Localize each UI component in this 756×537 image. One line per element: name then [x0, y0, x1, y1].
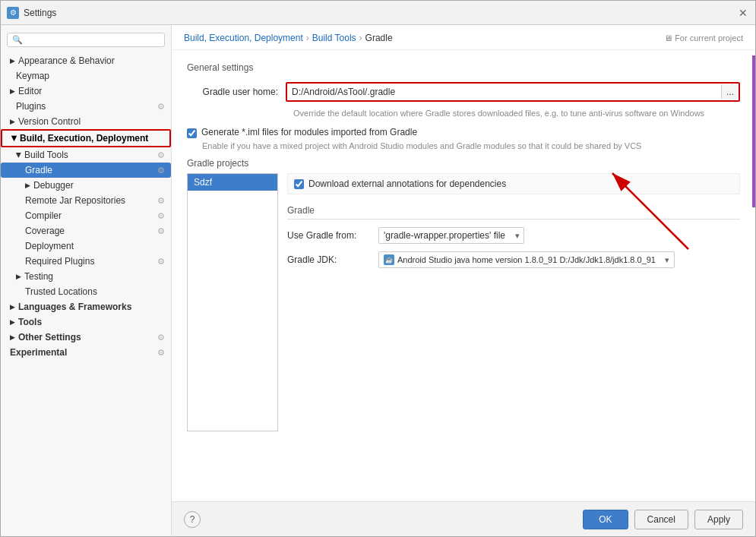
general-settings-title: General settings: [187, 62, 740, 73]
sidebar-item-languages[interactable]: ▶ Languages & Frameworks: [1, 299, 171, 314]
sidebar-item-trusted-locations[interactable]: Trusted Locations: [1, 284, 171, 299]
settings-window: ⚙ Settings ✕ 🔍 ▶ Appearance & Behavior K…: [0, 0, 756, 537]
window-icon: ⚙: [7, 7, 19, 19]
download-annotations-row: Download external annotations for depend…: [287, 173, 740, 194]
gear-icon: ⚙: [157, 166, 165, 175]
project-item-sdzf[interactable]: Sdzf: [188, 174, 277, 191]
sidebar: 🔍 ▶ Appearance & Behavior Keymap ▶ Edito…: [1, 25, 172, 536]
sidebar-item-gradle[interactable]: Gradle ⚙: [1, 163, 171, 178]
sidebar-item-editor[interactable]: ▶ Editor: [1, 84, 171, 99]
sidebar-item-label: Appearance & Behavior: [18, 55, 115, 66]
breadcrumb-gradle: Gradle: [365, 33, 393, 43]
sidebar-item-deployment[interactable]: Deployment: [1, 238, 171, 254]
sidebar-item-label: Compiler: [25, 210, 62, 221]
sidebar-item-debugger[interactable]: ▶ Debugger: [1, 178, 171, 193]
help-button[interactable]: ?: [184, 511, 201, 528]
arrow-icon: ▶: [10, 303, 15, 311]
title-bar: ⚙ Settings ✕: [1, 1, 755, 25]
gear-icon: ⚙: [157, 196, 165, 206]
sidebar-item-label: Required Plugins: [25, 256, 94, 267]
sidebar-item-label: Gradle: [25, 165, 52, 175]
sidebar-item-testing[interactable]: ▶ Testing: [1, 269, 171, 284]
arrow-icon: ▶: [10, 318, 15, 326]
gear-icon: ⚙: [157, 257, 165, 267]
sidebar-item-tools[interactable]: ▶ Tools: [1, 314, 171, 330]
arrow-icon: ▶: [10, 118, 15, 125]
sidebar-item-label: Languages & Frameworks: [18, 302, 131, 312]
close-button[interactable]: ✕: [737, 7, 749, 19]
gear-icon: ⚙: [157, 211, 165, 221]
gradle-projects-section: Gradle projects Sdzf D: [187, 158, 740, 431]
download-annotations-label: Download external annotations for depend…: [308, 178, 506, 189]
search-icon: 🔍: [12, 35, 23, 45]
ok-button[interactable]: OK: [583, 510, 628, 529]
vertical-indicator: [752, 55, 755, 207]
apply-button[interactable]: Apply: [694, 510, 743, 529]
download-annotations-checkbox[interactable]: [294, 179, 304, 189]
generate-iml-label: Generate *.iml files for modules importe…: [201, 127, 417, 137]
sidebar-item-label: Build, Execution, Deployment: [20, 133, 148, 144]
use-gradle-select[interactable]: 'gradle-wrapper.properties' file: [378, 227, 524, 244]
content-wrapper: Build, Execution, Deployment › Build Too…: [172, 25, 755, 536]
breadcrumb-build-execution[interactable]: Build, Execution, Deployment: [184, 33, 303, 43]
footer: ? OK Cancel Apply: [172, 501, 755, 536]
sidebar-item-label: Remote Jar Repositories: [25, 195, 125, 206]
search-input[interactable]: [26, 36, 160, 45]
sidebar-item-build-tools[interactable]: ▶ Build Tools ⚙: [1, 147, 171, 163]
sidebar-item-compiler[interactable]: Compiler ⚙: [1, 208, 171, 223]
gradle-jdk-select[interactable]: ☕ Android Studio java home version 1.8.0…: [378, 251, 675, 268]
sidebar-item-appearance[interactable]: ▶ Appearance & Behavior: [1, 53, 171, 68]
use-gradle-select-wrapper[interactable]: 'gradle-wrapper.properties' file: [378, 227, 524, 244]
breadcrumb-sep-1: ›: [306, 33, 309, 43]
content-body: General settings Gradle user home: ... O…: [172, 50, 755, 501]
projects-list[interactable]: Sdzf: [187, 173, 278, 431]
sidebar-item-build-execution[interactable]: ▶ Build, Execution, Deployment: [1, 129, 171, 147]
content-area: Build, Execution, Deployment › Build Too…: [172, 25, 755, 536]
sidebar-item-label: Deployment: [25, 241, 74, 251]
sidebar-item-label: Experimental: [10, 347, 67, 358]
arrow-icon: ▶: [15, 153, 23, 158]
use-gradle-row: Use Gradle from: 'gradle-wrapper.propert…: [287, 227, 740, 244]
breadcrumb: Build, Execution, Deployment › Build Too…: [172, 25, 755, 50]
sidebar-item-label: Build Tools: [24, 150, 68, 160]
sidebar-item-remote-jar[interactable]: Remote Jar Repositories ⚙: [1, 193, 171, 208]
sidebar-item-required-plugins[interactable]: Required Plugins ⚙: [1, 254, 171, 269]
generate-iml-checkbox[interactable]: [187, 128, 197, 138]
gradle-user-home-input-wrapper: ...: [286, 82, 740, 102]
gear-icon: ⚙: [157, 333, 165, 343]
gradle-user-home-hint: Override the default location where Grad…: [187, 108, 740, 119]
breadcrumb-build-tools[interactable]: Build Tools: [312, 33, 356, 43]
gradle-jdk-label: Gradle JDK:: [287, 254, 378, 265]
gradle-user-home-input[interactable]: [287, 84, 721, 100]
breadcrumb-sep-2: ›: [359, 33, 362, 43]
sidebar-item-label: Coverage: [25, 226, 65, 236]
gear-icon: ⚙: [157, 150, 165, 160]
window-title: Settings: [24, 8, 737, 18]
main-layout: 🔍 ▶ Appearance & Behavior Keymap ▶ Edito…: [1, 25, 755, 536]
sidebar-item-label: Tools: [18, 317, 42, 327]
sidebar-item-keymap[interactable]: Keymap: [1, 68, 171, 84]
search-box[interactable]: 🔍: [7, 33, 165, 47]
arrow-icon: ▶: [25, 182, 30, 189]
arrow-icon: ▶: [10, 333, 15, 341]
gradle-projects-title: Gradle projects: [187, 158, 740, 169]
projects-settings: Download external annotations for depend…: [287, 173, 740, 276]
arrow-icon: ▶: [10, 57, 15, 65]
gear-icon: ⚙: [157, 102, 165, 112]
sidebar-item-label: Keymap: [16, 71, 49, 81]
gradle-subsection-title: Gradle: [287, 205, 740, 220]
arrow-icon: ▶: [16, 273, 21, 280]
generate-iml-row: Generate *.iml files for modules importe…: [187, 127, 740, 138]
sidebar-item-other-settings[interactable]: ▶ Other Settings ⚙: [1, 330, 171, 345]
sidebar-item-experimental[interactable]: Experimental ⚙: [1, 345, 171, 360]
gear-icon: ⚙: [157, 226, 165, 236]
browse-button[interactable]: ...: [721, 84, 739, 100]
sidebar-item-label: Editor: [18, 86, 42, 96]
sidebar-item-label: Other Settings: [18, 332, 81, 343]
gradle-jdk-value: Android Studio java home version 1.8.0_9…: [397, 255, 656, 264]
sidebar-item-plugins[interactable]: Plugins ⚙: [1, 99, 171, 114]
cancel-button[interactable]: Cancel: [634, 510, 688, 529]
sidebar-item-version-control[interactable]: ▶ Version Control: [1, 114, 171, 129]
sidebar-item-coverage[interactable]: Coverage ⚙: [1, 223, 171, 238]
arrow-icon: ▶: [11, 136, 18, 141]
